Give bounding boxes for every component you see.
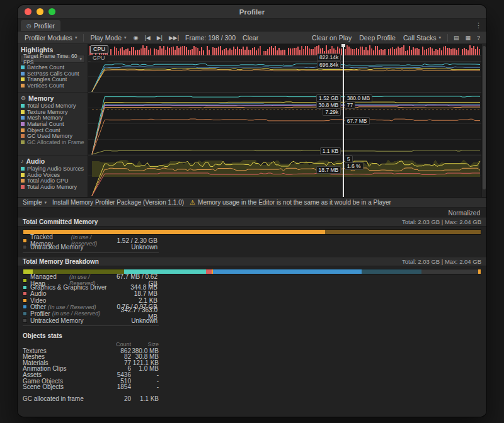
module-title: Audio — [26, 157, 45, 165]
call-stacks-dropdown[interactable]: Call Stacks ▾ — [400, 33, 444, 43]
legend-row-managed-heap[interactable]: Managed Heap (In use / Reserved) 67.7 MB… — [23, 277, 481, 284]
legend-row-video[interactable]: Video 2.1 KB — [23, 297, 481, 304]
legend-label: Untracked Memory — [30, 244, 83, 251]
module-title: Memory — [28, 94, 54, 102]
current-frame-handle[interactable] — [341, 44, 345, 47]
series-swatch — [21, 179, 25, 183]
profiler-chart[interactable]: CPU GPU 822.14k 696.84k 1.52 GB 380.0 MB… — [88, 44, 481, 197]
legend-row-untracked-memory[interactable]: Untracked Memory Unknown — [23, 244, 481, 251]
clear-label: Clear — [243, 34, 258, 42]
legend-row-untracked[interactable]: Untracked Memory Unknown — [23, 317, 481, 324]
stat-size: - — [131, 383, 159, 390]
legend-item-mesh-memory[interactable]: Mesh Memory — [18, 115, 88, 121]
chart-value-label: 77 — [345, 101, 355, 109]
series-swatch — [21, 185, 25, 189]
legend-item-audio-voices[interactable]: Audio Voices — [18, 172, 88, 178]
cpu-track-label[interactable]: CPU — [90, 45, 108, 54]
gpu-track-label[interactable]: GPU — [90, 55, 108, 62]
legend-row-profiler[interactable]: Profiler (In use / Reserved) 342.7 / 363… — [23, 310, 481, 317]
clear-button[interactable]: Clear — [239, 33, 261, 43]
legend-row-other[interactable]: Other (In use / Reserved) 0.76 / 0.97 GB — [23, 304, 481, 311]
series-swatch — [21, 167, 25, 171]
legend-item-total-used-memory[interactable]: Total Used Memory — [18, 103, 88, 109]
legend-item-total-audio-memory[interactable]: Total Audio Memory — [18, 184, 88, 190]
legend-label: Batches Count — [27, 64, 64, 70]
section-title: Total Memory Breakdown — [23, 258, 99, 265]
deep-profile-label: Deep Profile — [359, 34, 396, 42]
editor-memory-warning: ⚠ Memory usage in the Editor is not the … — [190, 199, 391, 206]
series-swatch — [21, 128, 25, 132]
call-stacks-label: Call Stacks — [403, 34, 437, 42]
legend-value: Unknown — [111, 244, 158, 251]
vertical-scrollbar[interactable] — [481, 44, 486, 197]
previous-frame-button[interactable]: |◀ — [142, 35, 152, 41]
target-frame-time-dropdown[interactable]: Target Frame Time: 60 FPS ▾ — [20, 55, 85, 63]
legend-item-object-count[interactable]: Object Count — [18, 127, 88, 133]
legend-swatch — [23, 312, 27, 316]
legend-row-graphics[interactable]: Graphics & Graphics Driver 344.8 MB — [23, 284, 481, 291]
legend-item-total-audio-cpu[interactable]: Total Audio CPU — [18, 178, 88, 184]
legend-value: 2.1 KB — [111, 297, 158, 304]
legend-label: Profiler — [30, 310, 50, 317]
legend-item-triangles-count[interactable]: Triangles Count — [18, 76, 88, 82]
chevron-down-icon: ▾ — [45, 200, 47, 205]
legend-row-audio[interactable]: Audio 18.7 MB — [23, 290, 481, 297]
install-memory-profiler-link[interactable]: Install Memory Profiler Package (Version… — [52, 199, 184, 206]
toolbar-separator — [447, 34, 448, 42]
legend-item-setpass-calls-count[interactable]: SetPass Calls Count — [18, 70, 88, 77]
current-frame-indicator[interactable] — [343, 44, 344, 197]
legend-label: Total Audio Memory — [27, 184, 77, 190]
table-row-scene-objects[interactable]: Scene Objects 1854 - — [23, 384, 481, 390]
close-button[interactable] — [25, 8, 32, 15]
legend-swatch — [23, 278, 27, 283]
chevron-down-icon: ▾ — [438, 35, 441, 40]
module-audio-header[interactable]: ♪ Audio — [18, 157, 88, 166]
help-icon[interactable]: ? — [474, 35, 483, 41]
play-mode-dropdown[interactable]: Play Mode ▾ — [87, 33, 129, 43]
table-row-gc-allocated[interactable]: GC allocated in frame 20 1.1 KB — [23, 396, 481, 402]
bar-segment — [206, 269, 212, 274]
tab-profiler[interactable]: ◷ Profiler — [21, 20, 60, 31]
deep-profile-toggle[interactable]: Deep Profile — [356, 33, 399, 43]
next-frame-button[interactable]: ▶| — [154, 35, 165, 41]
detail-view-dropdown[interactable]: Simple ▾ — [23, 199, 47, 206]
minimize-button[interactable] — [37, 8, 43, 15]
charts-region: Highlights Target Frame Time: 60 FPS ▾ B… — [18, 44, 486, 198]
clear-on-play-toggle[interactable]: Clear on Play — [309, 33, 355, 43]
legend-label: Other — [30, 303, 46, 310]
record-button[interactable]: ◉ — [131, 35, 141, 41]
legend-value: 1.52 / 2.30 GB — [111, 237, 158, 244]
legend-value: Unknown — [111, 317, 158, 324]
chart-value-label: 1.1 KB — [320, 147, 341, 155]
toolbar-separator — [83, 34, 84, 42]
normalized-toggle[interactable]: Normalized — [448, 210, 480, 217]
legend-item-gc-used-memory[interactable]: GC Used Memory — [18, 133, 88, 139]
legend-item-gc-allocated-in-frame[interactable]: GC Allocated in Frame — [18, 139, 88, 145]
legend-item-material-count[interactable]: Material Count — [18, 121, 88, 127]
chart-value-label: 7.29k — [323, 108, 341, 116]
profiler-modules-dropdown[interactable]: Profiler Modules ▾ — [21, 33, 80, 43]
profiler-window: Profiler ◷ Profiler ⋮ Profiler Modules ▾… — [18, 5, 486, 417]
legend-label: Triangles Count — [27, 76, 67, 82]
legend-item-vertices-count[interactable]: Vertices Count — [18, 82, 88, 89]
legend-label: Audio — [30, 290, 47, 297]
legend-label: GC Allocated in Frame — [27, 139, 84, 145]
zoom-button[interactable] — [49, 8, 55, 15]
tab-overflow-menu-icon[interactable]: ⋮ — [475, 21, 482, 30]
scrollbar-thumb[interactable] — [483, 46, 486, 189]
bar-segment — [325, 230, 481, 234]
window-title: Profiler — [18, 8, 486, 16]
legend-row-tracked-memory[interactable]: Tracked Memory (In use / Reserved) 1.52 … — [23, 237, 481, 244]
legend-value: 18.7 MB — [111, 290, 158, 297]
series-swatch — [21, 72, 25, 76]
module-memory-header[interactable]: ⚙ Memory — [18, 94, 88, 103]
legend-label: Audio Voices — [27, 172, 60, 178]
profiler-modules-label: Profiler Modules — [25, 34, 72, 42]
legend-item-playing-audio-sources[interactable]: Playing Audio Sources — [18, 166, 88, 172]
legend-label: Material Count — [27, 121, 64, 127]
current-frame-button[interactable]: ▶▶| — [166, 35, 181, 41]
titlebar[interactable]: Profiler — [18, 5, 486, 19]
save-profile-icon[interactable]: ▦ — [462, 35, 473, 41]
load-profile-icon[interactable]: ▤ — [451, 35, 462, 41]
legend-item-texture-memory[interactable]: Texture Memory — [18, 109, 88, 115]
